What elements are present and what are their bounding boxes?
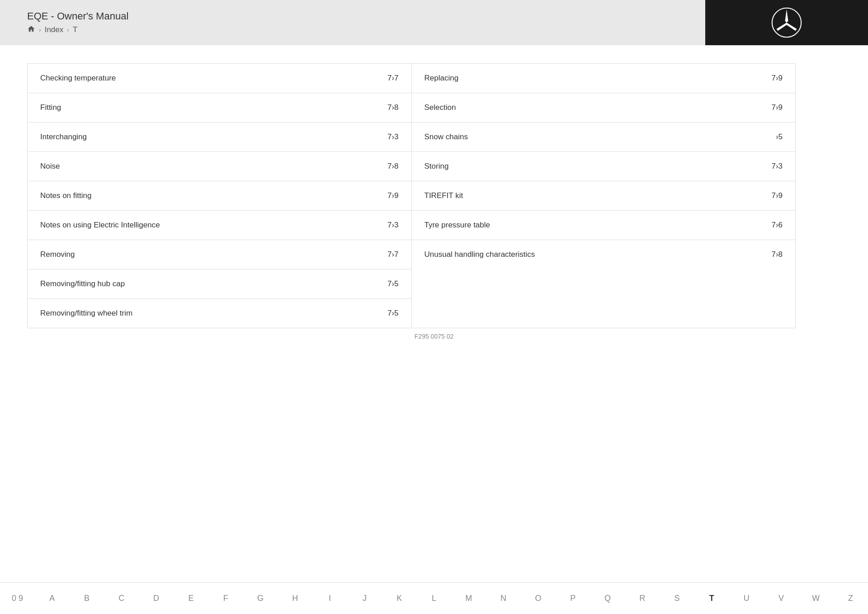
breadcrumb: › Index › T — [27, 25, 128, 35]
index-row[interactable]: Selection 7›9 — [412, 93, 796, 123]
svg-marker-3 — [777, 23, 787, 31]
svg-marker-1 — [785, 9, 788, 23]
alpha-item-C[interactable]: C — [104, 585, 139, 612]
index-row[interactable]: Checking temperature 7›7 — [28, 64, 411, 93]
index-label: Selection — [425, 103, 456, 112]
index-grid: Checking temperature 7›7 Fitting 7›8 Int… — [27, 63, 796, 328]
index-label: Removing/fitting wheel trim — [40, 309, 132, 318]
index-row[interactable]: Notes on using Electric Intelligence 7›3 — [28, 211, 411, 240]
index-page: 7›8 — [387, 162, 399, 171]
alpha-item-F[interactable]: F — [208, 585, 243, 612]
footer-code: F295 0075 02 — [27, 328, 841, 345]
breadcrumb-sep-2: › — [67, 26, 69, 33]
index-row[interactable]: Removing/fitting wheel trim 7›5 — [28, 299, 411, 328]
alpha-item-P[interactable]: P — [556, 585, 590, 612]
alpha-item-K[interactable]: K — [382, 585, 417, 612]
alpha-item-I[interactable]: I — [312, 585, 347, 612]
index-row[interactable]: Noise 7›8 — [28, 152, 411, 181]
index-page: 7›9 — [771, 74, 783, 83]
page-title: EQE - Owner's Manual — [27, 10, 128, 22]
right-column: Replacing 7›9 Selection 7›9 Snow chains … — [411, 63, 796, 328]
index-row[interactable]: Notes on fitting 7›9 — [28, 181, 411, 211]
index-row[interactable]: Storing 7›3 — [412, 152, 796, 181]
breadcrumb-sep-1: › — [39, 26, 41, 33]
alpha-item-09[interactable]: 0 9 — [0, 585, 35, 612]
alpha-item-M[interactable]: M — [451, 585, 486, 612]
alpha-item-S[interactable]: S — [660, 585, 694, 612]
alpha-item-W[interactable]: W — [798, 585, 833, 612]
index-row[interactable]: Snow chains ›5 — [412, 123, 796, 152]
logo-area — [705, 0, 868, 45]
index-page: ›5 — [776, 132, 783, 142]
index-row[interactable]: Removing/fitting hub cap 7›5 — [28, 269, 411, 299]
index-label: Interchanging — [40, 132, 87, 142]
alpha-item-B[interactable]: B — [70, 585, 104, 612]
index-page: 7›3 — [771, 162, 783, 171]
index-page: 7›9 — [771, 103, 783, 112]
alpha-item-E[interactable]: E — [174, 585, 208, 612]
index-page: 7›8 — [771, 250, 783, 259]
alpha-item-U[interactable]: U — [729, 585, 764, 612]
header: EQE - Owner's Manual › Index › T — [0, 0, 868, 45]
index-label: TIREFIT kit — [425, 191, 463, 200]
index-row[interactable]: Fitting 7›8 — [28, 93, 411, 123]
alpha-item-J[interactable]: J — [347, 585, 382, 612]
header-title-area: EQE - Owner's Manual › Index › T — [27, 10, 128, 35]
index-row[interactable]: Tyre pressure table 7›6 — [412, 211, 796, 240]
index-page: 7›3 — [387, 221, 399, 230]
index-page: 7›3 — [387, 132, 399, 142]
alpha-item-Z[interactable]: Z — [833, 585, 868, 612]
index-label: Tyre pressure table — [425, 221, 491, 230]
index-label: Storing — [425, 162, 449, 171]
index-page: 7›7 — [387, 74, 399, 83]
index-page: 7›6 — [771, 221, 783, 230]
alpha-item-H[interactable]: H — [278, 585, 312, 612]
alpha-bar: 0 9ABCDEFGHIJKLMNOPQRSTUVWZ — [0, 582, 868, 614]
svg-marker-2 — [787, 23, 797, 31]
alpha-item-V[interactable]: V — [764, 585, 799, 612]
index-row[interactable]: TIREFIT kit 7›9 — [412, 181, 796, 211]
index-label: Fitting — [40, 103, 61, 112]
alpha-item-R[interactable]: R — [625, 585, 660, 612]
index-label: Removing — [40, 250, 75, 259]
index-label: Checking temperature — [40, 74, 116, 83]
index-label: Notes on using Electric Intelligence — [40, 221, 160, 230]
breadcrumb-current: T — [73, 25, 77, 34]
index-row[interactable]: Removing 7›7 — [28, 240, 411, 269]
alpha-item-D[interactable]: D — [139, 585, 174, 612]
alpha-item-L[interactable]: L — [417, 585, 452, 612]
index-label: Replacing — [425, 74, 459, 83]
alpha-item-T[interactable]: T — [694, 585, 729, 612]
index-page: 7›9 — [771, 191, 783, 200]
index-label: Unusual handling characteristics — [425, 250, 535, 259]
index-row[interactable]: Replacing 7›9 — [412, 64, 796, 93]
alpha-item-Q[interactable]: Q — [590, 585, 625, 612]
index-page: 7›5 — [387, 279, 399, 288]
alpha-item-A[interactable]: A — [35, 585, 70, 612]
breadcrumb-index[interactable]: Index — [45, 25, 64, 34]
index-page: 7›7 — [387, 250, 399, 259]
left-column: Checking temperature 7›7 Fitting 7›8 Int… — [27, 63, 411, 328]
index-label: Noise — [40, 162, 60, 171]
index-label: Removing/fitting hub cap — [40, 279, 125, 288]
alpha-item-O[interactable]: O — [521, 585, 556, 612]
index-page: 7›8 — [387, 103, 399, 112]
main-content: Checking temperature 7›7 Fitting 7›8 Int… — [0, 45, 868, 588]
home-icon[interactable] — [27, 25, 35, 35]
index-label: Snow chains — [425, 132, 468, 142]
index-row[interactable]: Unusual handling characteristics 7›8 — [412, 240, 796, 269]
index-label: Notes on fitting — [40, 191, 91, 200]
mercedes-logo — [771, 7, 802, 38]
index-page: 7›9 — [387, 191, 399, 200]
index-page: 7›5 — [387, 309, 399, 318]
index-row[interactable]: Interchanging 7›3 — [28, 123, 411, 152]
alpha-item-G[interactable]: G — [243, 585, 278, 612]
alpha-item-N[interactable]: N — [486, 585, 521, 612]
